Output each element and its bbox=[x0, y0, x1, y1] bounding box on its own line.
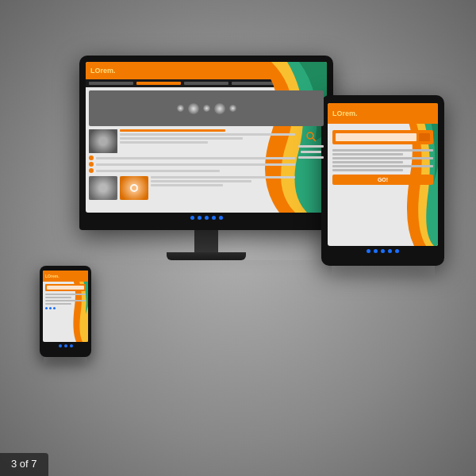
tab-search-bar bbox=[336, 133, 416, 141]
tablet-dot bbox=[374, 249, 378, 253]
ws-icon-circle bbox=[89, 162, 94, 167]
phone: LOrem. bbox=[40, 266, 91, 357]
tab-search-btn bbox=[419, 133, 430, 141]
ws-hero bbox=[89, 90, 324, 126]
ws-orange-box bbox=[120, 176, 148, 200]
ph-dot-sm bbox=[53, 307, 56, 309]
ws-bottom-img bbox=[89, 176, 117, 200]
phone-wrap: LOrem. bbox=[40, 266, 91, 365]
monitor-stand-base bbox=[167, 252, 246, 260]
tablet-dot bbox=[367, 249, 370, 253]
tab-lines bbox=[332, 149, 433, 171]
tab-line bbox=[332, 169, 403, 171]
tab-go-button[interactable]: GO! bbox=[332, 175, 433, 185]
ph-dot-sm bbox=[49, 307, 52, 309]
ws-icon-row bbox=[89, 155, 295, 160]
ws-text-lines bbox=[151, 176, 295, 200]
phone-dot bbox=[70, 344, 73, 347]
ph-line bbox=[45, 300, 86, 301]
bokeh bbox=[177, 105, 184, 112]
ws-line bbox=[120, 129, 225, 132]
monitor-dot bbox=[198, 216, 202, 220]
phone-dot bbox=[59, 344, 62, 347]
ws-nav-item bbox=[89, 82, 133, 85]
tablet-wrap: LOrem. bbox=[321, 95, 444, 277]
monitor-stand-neck bbox=[194, 230, 218, 252]
monitor-dot bbox=[219, 216, 223, 220]
ws-nav-item bbox=[184, 82, 228, 85]
tab-logo: LOrem. bbox=[332, 109, 358, 117]
bokeh bbox=[214, 103, 225, 114]
page-counter: 3 of 7 bbox=[0, 453, 48, 476]
ws-text-lines bbox=[120, 129, 295, 153]
tablet: LOrem. bbox=[321, 95, 444, 266]
ws-icon-row bbox=[89, 162, 295, 167]
ph-search-bar bbox=[47, 286, 84, 290]
phone-dots bbox=[43, 342, 88, 347]
monitor-dots bbox=[86, 213, 327, 223]
ph-logo: LOrem. bbox=[45, 274, 60, 278]
ws-left-col bbox=[89, 129, 295, 200]
scene: LOrem. bbox=[32, 48, 444, 428]
tab-search bbox=[332, 130, 433, 144]
ws-two-col bbox=[89, 129, 324, 200]
tablet-dot bbox=[395, 249, 399, 253]
tab-header: LOrem. bbox=[328, 103, 438, 124]
ws-icon-row bbox=[89, 168, 295, 173]
monitor: LOrem. bbox=[79, 56, 333, 230]
tab-line bbox=[332, 165, 433, 167]
tab-line bbox=[332, 153, 403, 155]
search-icon bbox=[305, 131, 317, 142]
ph-dots-row bbox=[45, 307, 86, 309]
ws-right-col bbox=[298, 129, 324, 200]
ws-content-row bbox=[89, 129, 295, 153]
monitor-screen: LOrem. bbox=[86, 62, 327, 213]
ws-line bbox=[120, 133, 295, 136]
ph-line bbox=[45, 297, 71, 298]
bokeh bbox=[203, 105, 210, 112]
monitor-wrap: LOrem. bbox=[79, 56, 333, 274]
tab-body: GO! bbox=[328, 124, 438, 191]
ph-dot-sm bbox=[45, 307, 48, 309]
bokeh bbox=[188, 103, 199, 114]
ws-line bbox=[151, 176, 295, 178]
tablet-reflection bbox=[332, 266, 435, 277]
svg-line-1 bbox=[313, 138, 316, 141]
monitor-dot bbox=[190, 216, 194, 220]
ws-logo: LOrem. bbox=[90, 67, 116, 75]
tab-line bbox=[332, 161, 403, 163]
ws-nav-item bbox=[136, 82, 181, 85]
ws-line bbox=[120, 137, 243, 140]
ws-body bbox=[86, 87, 327, 203]
phone-reflection bbox=[44, 357, 87, 365]
ph-lines bbox=[45, 294, 86, 305]
ph-line bbox=[45, 303, 71, 305]
ws-line bbox=[151, 180, 251, 182]
tablet-screen: LOrem. bbox=[328, 103, 438, 246]
bokeh bbox=[229, 105, 236, 112]
ph-header: LOrem. bbox=[43, 271, 88, 282]
tab-line bbox=[332, 157, 433, 159]
ws-hero-bokeh bbox=[89, 90, 324, 126]
tablet-dot bbox=[388, 249, 392, 253]
tab-line bbox=[332, 149, 433, 152]
ph-search bbox=[45, 284, 86, 291]
phone-screen: LOrem. bbox=[43, 271, 88, 342]
ph-body bbox=[43, 282, 88, 312]
monitor-reflection bbox=[79, 260, 333, 274]
ws-line bbox=[120, 141, 208, 144]
phone-dot bbox=[64, 344, 67, 347]
page-counter-text: 3 of 7 bbox=[11, 458, 37, 470]
ws-icon-circle bbox=[89, 168, 94, 173]
tablet-dot bbox=[381, 249, 385, 253]
tablet-dots bbox=[328, 246, 438, 253]
svg-point-0 bbox=[307, 132, 313, 139]
ws-line bbox=[151, 184, 223, 186]
ws-icon-circle bbox=[89, 155, 94, 160]
monitor-dot bbox=[212, 216, 216, 220]
ws-thumb bbox=[89, 129, 117, 153]
monitor-dot bbox=[205, 216, 209, 220]
ws-bottom-row bbox=[89, 176, 295, 200]
ph-line bbox=[45, 294, 86, 295]
